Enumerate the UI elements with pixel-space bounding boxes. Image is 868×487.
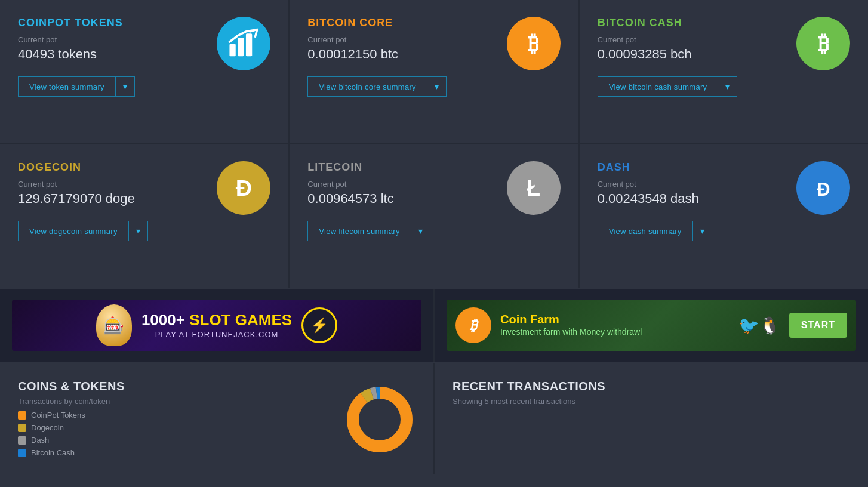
dropdown-button-bitcoin-cash[interactable] xyxy=(718,76,737,97)
view-summary-button-dash[interactable]: View dash summary xyxy=(598,221,692,241)
coin-card-litecoin: LITECOIN Current pot 0.00964573 ltc Ł Vi… xyxy=(290,144,578,288)
legend-item: Bitcoin Cash xyxy=(18,448,332,457)
svg-text:₿: ₿ xyxy=(528,30,539,56)
legend-dot xyxy=(18,449,26,457)
legend-dot xyxy=(18,424,26,432)
legend-item: Dash xyxy=(18,436,332,445)
legend-dot xyxy=(18,411,26,420)
dropdown-button-dash[interactable] xyxy=(692,221,712,241)
svg-text:₿: ₿ xyxy=(818,30,829,56)
coinfarm-text: Coin Farm Investment farm with Money wit… xyxy=(500,313,730,337)
btn-group-dash: View dash summary xyxy=(598,221,712,241)
coin-card-bitcoin-cash: BITCOIN CASH Current pot 0.00093285 bch … xyxy=(580,0,868,143)
svg-text:Ð: Ð xyxy=(236,175,252,200)
fortune-jack-subtext: PLAY AT FORTUNEJACK.COM xyxy=(155,330,279,339)
coin-icon-bitcoin-cash: ₿ xyxy=(796,17,850,70)
svg-rect-2 xyxy=(246,33,252,56)
fortune-jack-ad[interactable]: 🎰 1000+ SLOT GAMES PLAY AT FORTUNEJACK.C… xyxy=(0,289,433,362)
legend-label: Dogecoin xyxy=(31,423,64,432)
coin-icon-dogecoin: Ð xyxy=(217,161,270,215)
btn-group-coinpot-tokens: View token summary xyxy=(18,76,135,97)
view-summary-button-bitcoin-core[interactable]: View bitcoin core summary xyxy=(307,76,427,97)
btn-group-litecoin: View litecoin summary xyxy=(307,221,430,241)
coins-tokens-title: COINS & TOKENS xyxy=(18,380,332,393)
legend-label: Dash xyxy=(31,436,49,445)
coinfarm-start-button[interactable]: START xyxy=(789,313,847,338)
coin-icon-bitcoin-core: ₿ xyxy=(507,17,561,70)
svg-rect-1 xyxy=(238,38,244,56)
dropdown-button-coinpot-tokens[interactable] xyxy=(115,76,135,97)
recent-transactions-card: RECENT TRANSACTIONS Showing 5 most recen… xyxy=(435,363,868,474)
svg-rect-0 xyxy=(229,44,235,56)
coin-farm-ad[interactable]: ₿ Coin Farm Investment farm with Money w… xyxy=(435,289,868,362)
legend-label: CoinPot Tokens xyxy=(31,411,85,420)
legend-dot xyxy=(18,436,26,445)
coin-card-dash: DASH Current pot 0.00243548 dash Đ View … xyxy=(580,144,868,288)
view-summary-button-dogecoin[interactable]: View dogecoin summary xyxy=(18,221,128,241)
recent-transactions-title: RECENT TRANSACTIONS xyxy=(453,380,850,393)
coin-card-dogecoin: DOGECOIN Current pot 129.67179070 doge Ð… xyxy=(0,144,288,288)
coin-card-bitcoin-core: BITCOIN CORE Current pot 0.00012150 btc … xyxy=(290,0,578,143)
dropdown-button-litecoin[interactable] xyxy=(411,221,430,241)
coin-icon-dash: Đ xyxy=(796,161,850,215)
coins-legend: CoinPot Tokens Dogecoin Dash Bitcoin Cas… xyxy=(18,411,332,457)
recent-transactions-subtitle: Showing 5 most recent transactions xyxy=(453,397,850,406)
dropdown-button-dogecoin[interactable] xyxy=(128,221,148,241)
ads-section: 🎰 1000+ SLOT GAMES PLAY AT FORTUNEJACK.C… xyxy=(0,289,868,362)
btn-group-dogecoin: View dogecoin summary xyxy=(18,221,148,241)
svg-text:Đ: Đ xyxy=(817,178,830,199)
legend-label: Bitcoin Cash xyxy=(31,448,75,457)
coins-tokens-card: COINS & TOKENS Transactions by coin/toke… xyxy=(0,363,433,474)
coin-card-coinpot-tokens: COINPOT TOKENS Current pot 40493 tokens … xyxy=(0,0,288,143)
dropdown-button-bitcoin-core[interactable] xyxy=(427,76,447,97)
view-summary-button-bitcoin-cash[interactable]: View bitcoin cash summary xyxy=(598,76,718,97)
bottom-section: COINS & TOKENS Transactions by coin/toke… xyxy=(0,363,868,474)
svg-text:Ł: Ł xyxy=(527,175,540,200)
svg-point-12 xyxy=(361,400,399,439)
coinfarm-logo: ₿ xyxy=(455,307,491,343)
coins-tokens-subtitle: Transactions by coin/token xyxy=(18,397,332,406)
fortune-jack-headline: 1000+ SLOT GAMES xyxy=(141,312,292,329)
coin-icon-coinpot-tokens xyxy=(217,17,270,70)
donut-chart xyxy=(344,382,415,457)
coin-icon-litecoin: Ł xyxy=(507,161,561,215)
legend-item: Dogecoin xyxy=(18,423,332,432)
legend-item: CoinPot Tokens xyxy=(18,411,332,420)
view-summary-button-coinpot-tokens[interactable]: View token summary xyxy=(18,76,115,97)
coin-cards-grid: COINPOT TOKENS Current pot 40493 tokens … xyxy=(0,0,868,288)
btn-group-bitcoin-cash: View bitcoin cash summary xyxy=(598,76,738,97)
btn-group-bitcoin-core: View bitcoin core summary xyxy=(307,76,447,97)
view-summary-button-litecoin[interactable]: View litecoin summary xyxy=(307,221,410,241)
